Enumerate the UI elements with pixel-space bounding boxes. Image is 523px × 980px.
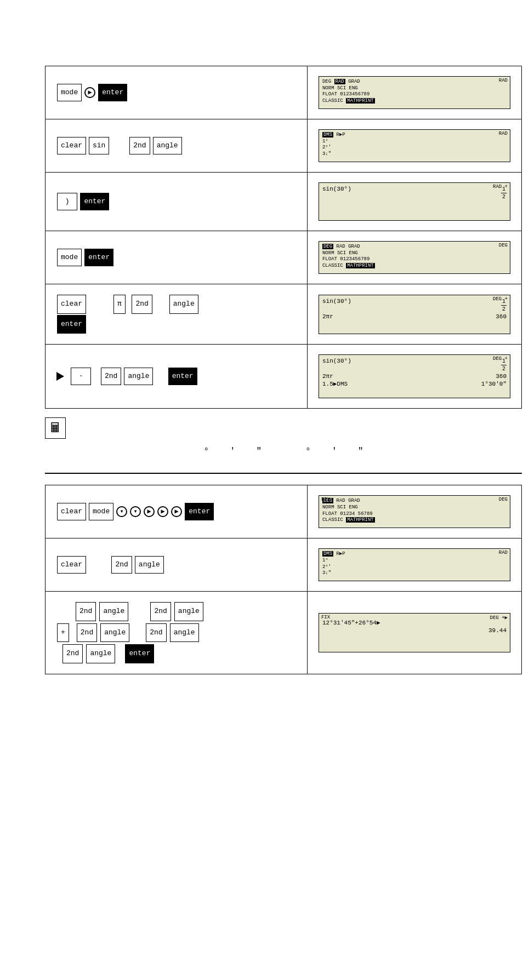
table-row: · 2nd angle enter DEG + sin(30°) 1 2 <box>46 345 522 409</box>
clear-key[interactable]: clear <box>57 137 86 154</box>
pi-key[interactable]: π <box>113 295 126 314</box>
calculator-screen: DEG DEG RAD GRAD NORM SCI ENG FLOAT 0123… <box>319 241 510 274</box>
screen-cell: DEG DEG RAD GRAD NORM SCI ENG FLOAT 0123… <box>307 231 521 284</box>
screen-cell: RAD DMS R▶P 1° 2°' 3↓" <box>307 119 521 173</box>
plus-key[interactable]: + <box>57 623 69 643</box>
deg-plus-indicator: DEG + <box>493 296 508 302</box>
table-row: clear π 2nd angle enter DEG + <box>46 284 522 345</box>
enter-key[interactable]: enter <box>80 193 109 210</box>
mode-key[interactable]: mode <box>57 249 82 266</box>
calculator-screen: RAD DEG RAD GRAD NORM SCI ENG FLOAT 0123… <box>319 76 510 109</box>
circle-right-key[interactable]: ▶ <box>84 87 95 98</box>
key-sequence: · 2nd angle enter <box>56 367 296 386</box>
clear-key[interactable]: clear <box>57 503 86 520</box>
angle-key[interactable]: angle <box>169 295 198 314</box>
table-row: ) enter RAD + sin(30°) 1 2 <box>46 173 522 231</box>
calculator-screen: RAD DMS R▶P 1° 2°' 3↓" <box>319 129 510 162</box>
dms-symbols-right: ° ' " <box>305 446 363 456</box>
angle-key-4[interactable]: angle <box>170 623 199 643</box>
instruction-table-1: mode ▶ enter RAD DEG RAD GRAD NORM SCI E… <box>45 66 522 409</box>
screen-cell: DEG + sin(30°) 1 2 2πr 360 1.5▶DMS <box>307 345 521 409</box>
calculator-screen: DEG + sin(30°) 1 2 2πr 360 <box>319 295 510 334</box>
calculator-screen: FIX DEG DEG RAD GRAD NORM SCI ENG FLOAT … <box>319 495 510 528</box>
angle-key[interactable]: angle <box>124 368 153 385</box>
2nd-key[interactable]: 2nd <box>111 556 132 574</box>
keys-cell: clear π 2nd angle enter <box>46 284 308 345</box>
table-row: 2nd angle 2nd angle + 2nd angle 2nd a <box>46 592 522 674</box>
key-sequence: ) enter <box>56 192 296 211</box>
angle-key-3[interactable]: angle <box>100 623 129 643</box>
calculator-screen: RAD DMS R▶P 1° 2°' 3↓" <box>319 548 510 581</box>
enter-key[interactable]: enter <box>125 644 154 663</box>
enter-key[interactable]: enter <box>84 249 113 266</box>
keys-cell: 2nd angle 2nd angle + 2nd angle 2nd a <box>46 592 308 674</box>
screen-cell: FIX DEG +▶ 12°31'45"+26°54▶ 39.44 <box>307 592 521 674</box>
down-arrow-key-1[interactable]: ▾ <box>116 506 127 517</box>
keys-cell: clear 2nd angle <box>46 538 308 592</box>
fix-indicator: FIX <box>321 615 330 620</box>
calc-icon-section: 🖩 <box>45 417 522 439</box>
2nd-key-4[interactable]: 2nd <box>146 623 166 643</box>
paren-key[interactable]: ) <box>57 193 77 210</box>
table-row: clear mode ▾ ▾ ▶ ▶ ▶ enter FIX DEG DEG R… <box>46 485 522 538</box>
deg-plus-indicator: DEG + <box>493 356 508 362</box>
dot-key[interactable]: · <box>71 368 91 385</box>
enter-key[interactable]: enter <box>98 84 127 101</box>
calculator-screen: FIX DEG +▶ 12°31'45"+26°54▶ 39.44 <box>319 613 510 652</box>
2nd-key-1[interactable]: 2nd <box>76 602 96 621</box>
calculator-screen: RAD + sin(30°) 1 2 <box>319 182 510 221</box>
key-sequence: mode enter <box>56 248 296 267</box>
deg-indicator: DEG <box>499 497 508 502</box>
angle-key-1[interactable]: angle <box>99 602 128 621</box>
2nd-key-2[interactable]: 2nd <box>150 602 170 621</box>
rad-plus-indicator: RAD + <box>493 184 508 190</box>
2nd-key-5[interactable]: 2nd <box>62 644 83 663</box>
rad-indicator: RAD <box>499 131 508 136</box>
mode-key[interactable]: mode <box>89 503 113 520</box>
screen-cell: RAD DMS R▶P 1° 2°' 3↓" <box>307 538 521 592</box>
sin-key[interactable]: sin <box>89 137 109 154</box>
2nd-key[interactable]: 2nd <box>132 295 152 314</box>
2nd-key[interactable]: 2nd <box>101 368 121 385</box>
key-sequence: clear 2nd angle <box>56 555 296 574</box>
angle-key-2[interactable]: angle <box>174 602 203 621</box>
down-arrow-key-2[interactable]: ▾ <box>130 506 141 517</box>
keys-cell: · 2nd angle enter <box>46 345 308 409</box>
clear-key[interactable]: clear <box>57 556 86 574</box>
2nd-key-3[interactable]: 2nd <box>77 623 97 643</box>
screen-cell: RAD + sin(30°) 1 2 <box>307 173 521 231</box>
clear-key[interactable]: clear <box>57 295 86 314</box>
keys-cell: clear mode ▾ ▾ ▶ ▶ ▶ enter <box>46 485 308 538</box>
right-arrow-key-3[interactable]: ▶ <box>171 506 182 517</box>
angle-key[interactable]: angle <box>153 137 182 154</box>
table-row: clear sin 2nd angle RAD DMS R▶P 1° 2°' 3… <box>46 119 522 173</box>
table-row: mode enter DEG DEG RAD GRAD NORM SCI ENG… <box>46 231 522 284</box>
enter-key[interactable]: enter <box>168 368 197 385</box>
deg-4-indicator: DEG +▶ <box>490 615 508 621</box>
enter-key[interactable]: enter <box>185 503 214 520</box>
key-sequence: clear sin 2nd angle <box>56 136 296 155</box>
angle-key[interactable]: angle <box>135 556 164 574</box>
screen-cell: FIX DEG DEG RAD GRAD NORM SCI ENG FLOAT … <box>307 485 521 538</box>
arrow-indicator <box>56 372 64 381</box>
keys-cell: mode ▶ enter <box>46 66 308 119</box>
right-arrow-key-2[interactable]: ▶ <box>157 506 168 517</box>
screen-cell: DEG + sin(30°) 1 2 2πr 360 <box>307 284 521 345</box>
deg-indicator: DEG <box>499 243 508 248</box>
keys-cell: mode enter <box>46 231 308 284</box>
screen-cell: RAD DEG RAD GRAD NORM SCI ENG FLOAT 0123… <box>307 66 521 119</box>
rad-indicator: RAD <box>499 78 508 83</box>
enter-key[interactable]: enter <box>57 315 86 334</box>
keys-cell: clear sin 2nd angle <box>46 119 308 173</box>
key-sequence-complex: 2nd angle 2nd angle + 2nd angle 2nd a <box>56 601 296 664</box>
angle-key-5[interactable]: angle <box>86 644 115 663</box>
right-arrow-key-1[interactable]: ▶ <box>144 506 155 517</box>
mode-key[interactable]: mode <box>57 84 82 101</box>
keys-cell: ) enter <box>46 173 308 231</box>
table-row: clear 2nd angle RAD DMS R▶P 1° 2°' 3↓" <box>46 538 522 592</box>
instruction-table-2: clear mode ▾ ▾ ▶ ▶ ▶ enter FIX DEG DEG R… <box>45 485 522 674</box>
rad-indicator: RAD <box>499 550 508 555</box>
dms-description: ° ' " ° ' " <box>45 446 522 456</box>
2nd-key[interactable]: 2nd <box>129 137 150 154</box>
calculator-screen: DEG + sin(30°) 1 2 2πr 360 1.5▶DMS <box>319 354 510 398</box>
